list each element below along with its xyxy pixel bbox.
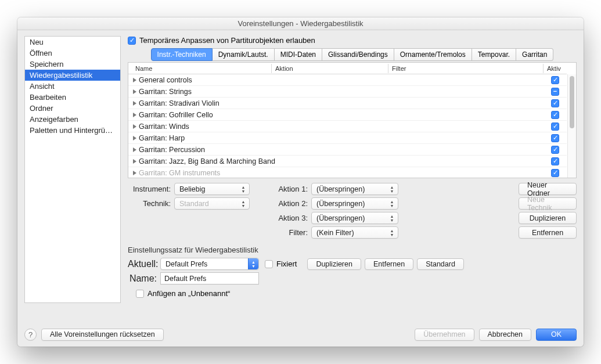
tab[interactable]: Tempovar. bbox=[472, 48, 516, 61]
tab[interactable]: Dynamik/Lautst. bbox=[213, 48, 275, 61]
aktuell-combo[interactable]: Default Prefs ▲▼ bbox=[160, 258, 259, 270]
disclosure-triangle-icon[interactable] bbox=[133, 78, 136, 82]
row-name: General controls bbox=[139, 76, 192, 84]
new-folder-button[interactable]: Neuer Ordner bbox=[519, 183, 577, 195]
aktion2-label: Aktion 2: bbox=[273, 199, 311, 208]
table-row[interactable]: General controls bbox=[128, 74, 567, 86]
row-name: Garritan: Percussion bbox=[139, 146, 205, 154]
new-technique-button[interactable]: Neue Technik bbox=[519, 197, 577, 210]
row-active-checkbox[interactable] bbox=[551, 76, 559, 84]
col-name[interactable]: Name bbox=[132, 65, 271, 72]
col-aktion[interactable]: Aktion bbox=[272, 65, 388, 72]
disclosure-triangle-icon[interactable] bbox=[133, 171, 136, 175]
tab[interactable]: Glissandi/Bendings bbox=[322, 48, 394, 61]
reset-all-button[interactable]: Alle Voreinstellungen rücksetzen bbox=[41, 329, 164, 341]
chevrons-icon: ▲▼ bbox=[388, 185, 395, 193]
sidebar-item[interactable]: Ordner bbox=[25, 103, 120, 114]
technik-label: Technik: bbox=[128, 199, 174, 208]
row-active-checkbox[interactable] bbox=[551, 134, 559, 142]
scrollbar-thumb[interactable] bbox=[570, 76, 574, 128]
sidebar-item[interactable]: Paletten und Hintergründe bbox=[25, 125, 120, 136]
tab-bar: Instr.-TechnikenDynamik/Lautst.MIDI-Date… bbox=[128, 48, 577, 61]
fixiert-checkbox[interactable] bbox=[265, 260, 273, 268]
disclosure-triangle-icon[interactable] bbox=[133, 124, 136, 129]
window-title: Voreinstellungen - Wiedergabestilistik bbox=[17, 17, 584, 30]
aktion3-combo[interactable]: (Überspringen) ▲▼ bbox=[311, 212, 398, 224]
table-row[interactable]: Garritan: Winds bbox=[128, 121, 567, 132]
sidebar-item[interactable]: Wiedergabestilistik bbox=[25, 70, 120, 81]
instrument-label: Instrument: bbox=[128, 185, 174, 193]
row-active-checkbox[interactable] bbox=[551, 122, 559, 131]
technik-combo[interactable]: Standard ▲▼ bbox=[174, 197, 250, 210]
sidebar-item[interactable]: Öffnen bbox=[25, 48, 120, 59]
row-active-checkbox[interactable] bbox=[551, 111, 559, 119]
table-row[interactable]: Garritan: Stradivari Violin bbox=[128, 98, 567, 109]
disclosure-triangle-icon[interactable] bbox=[133, 101, 136, 106]
aktion3-label: Aktion 3: bbox=[273, 214, 311, 222]
sidebar-item[interactable]: Neu bbox=[25, 37, 120, 48]
row-name: Garritan: GM instruments bbox=[139, 169, 220, 177]
tab[interactable]: Garritan bbox=[516, 48, 553, 61]
row-name: Garritan: Harp bbox=[139, 134, 185, 142]
apply-button[interactable]: Übernehmen bbox=[415, 329, 474, 341]
preset-duplicate-button[interactable]: Duplizieren bbox=[307, 258, 361, 270]
sidebar-item[interactable]: Ansicht bbox=[25, 81, 120, 92]
ok-button[interactable]: OK bbox=[536, 329, 577, 341]
cancel-button[interactable]: Abbrechen bbox=[479, 329, 531, 341]
table-row[interactable]: Garritan: Percussion bbox=[128, 144, 567, 156]
disclosure-triangle-icon[interactable] bbox=[133, 147, 136, 152]
table-row[interactable]: Garritan: Strings bbox=[128, 86, 567, 98]
row-active-checkbox[interactable] bbox=[551, 157, 559, 165]
disclosure-triangle-icon[interactable] bbox=[133, 113, 136, 117]
disclosure-triangle-icon[interactable] bbox=[133, 159, 136, 164]
tab[interactable]: Ornamente/Tremolos bbox=[394, 48, 472, 61]
tab[interactable]: Instr.-Techniken bbox=[151, 48, 213, 61]
row-name: Garritan: Gofriller Cello bbox=[139, 111, 213, 119]
sidebar-item[interactable]: Speichern bbox=[25, 59, 120, 70]
col-aktiv[interactable]: Aktiv bbox=[544, 65, 567, 72]
preset-remove-button[interactable]: Entfernen bbox=[365, 258, 413, 270]
fixiert-label: Fixiert bbox=[276, 260, 297, 268]
chevrons-icon: ▲▼ bbox=[248, 258, 258, 269]
row-name: Garritan: Jazz, Big Band & Marching Band bbox=[139, 157, 275, 165]
preferences-window: Voreinstellungen - Wiedergabestilistik N… bbox=[17, 17, 584, 347]
instrument-combo[interactable]: Beliebig ▲▼ bbox=[174, 183, 250, 195]
aktuell-label: Aktuell: bbox=[128, 259, 160, 269]
disclosure-triangle-icon[interactable] bbox=[133, 136, 136, 140]
sidebar-item[interactable]: Anzeigefarben bbox=[25, 114, 120, 125]
duplicate-button[interactable]: Duplizieren bbox=[519, 212, 577, 224]
help-button[interactable]: ? bbox=[24, 329, 37, 341]
table-row[interactable]: Garritan: Gofriller Cello bbox=[128, 109, 567, 121]
chevrons-icon: ▲▼ bbox=[388, 228, 395, 237]
table-row[interactable]: Garritan: GM instruments bbox=[128, 167, 567, 178]
table-row[interactable]: Garritan: Harp bbox=[128, 132, 567, 144]
filter-label: Filter: bbox=[273, 228, 311, 237]
aktion1-label: Aktion 1: bbox=[273, 185, 311, 193]
aktion1-combo[interactable]: (Überspringen) ▲▼ bbox=[311, 183, 398, 195]
row-active-checkbox[interactable] bbox=[551, 169, 559, 177]
filter-combo[interactable]: (Kein Filter) ▲▼ bbox=[311, 226, 398, 239]
row-active-checkbox[interactable] bbox=[551, 146, 559, 154]
col-filter[interactable]: Filter bbox=[388, 65, 543, 72]
chevrons-icon: ▲▼ bbox=[240, 199, 247, 208]
remove-button[interactable]: Entfernen bbox=[519, 226, 577, 239]
row-active-checkbox[interactable] bbox=[551, 99, 559, 107]
anfuegen-checkbox[interactable] bbox=[136, 290, 144, 298]
name-label: Name: bbox=[128, 273, 160, 284]
row-active-checkbox[interactable] bbox=[551, 88, 559, 96]
disclosure-triangle-icon[interactable] bbox=[133, 89, 136, 94]
preset-standard-button[interactable]: Standard bbox=[417, 258, 464, 270]
name-field[interactable]: Default Prefs bbox=[160, 272, 259, 284]
preset-heading: Einstellungssatz für Wiedergabestilistik bbox=[128, 246, 577, 254]
allow-temp-label: Temporäres Anpassen von Partiturobjekten… bbox=[139, 36, 315, 45]
allow-temp-checkbox[interactable] bbox=[128, 37, 136, 45]
table-scrollbar[interactable] bbox=[567, 74, 576, 178]
table-row[interactable]: Garritan: Jazz, Big Band & Marching Band bbox=[128, 156, 567, 167]
chevrons-icon: ▲▼ bbox=[388, 199, 395, 208]
category-sidebar: NeuÖffnenSpeichernWiedergabestilistikAns… bbox=[24, 36, 121, 303]
techniques-table: Name Aktion Filter Aktiv General control… bbox=[128, 62, 577, 178]
sidebar-item[interactable]: Bearbeiten bbox=[25, 92, 120, 103]
aktion2-combo[interactable]: (Überspringen) ▲▼ bbox=[311, 197, 398, 210]
anfuegen-label: Anfügen an „Unbenannt“ bbox=[147, 289, 230, 298]
tab[interactable]: MIDI-Daten bbox=[275, 48, 322, 61]
